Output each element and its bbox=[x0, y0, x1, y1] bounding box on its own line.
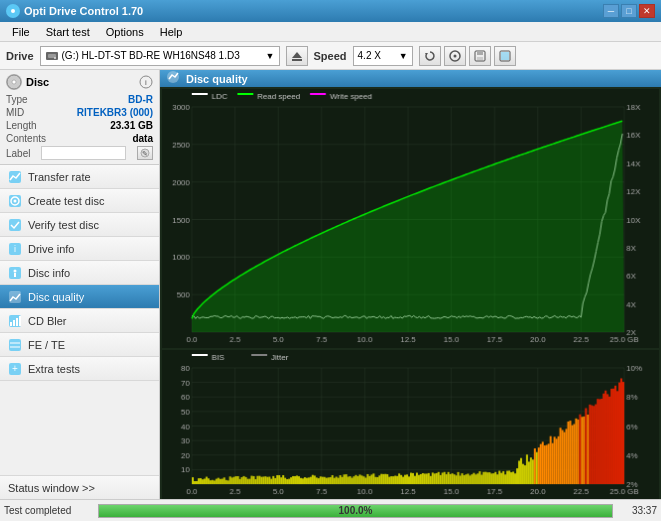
status-label: Test completed bbox=[4, 505, 94, 516]
menubar: File Start test Options Help bbox=[0, 22, 661, 42]
window-controls: ─ □ ✕ bbox=[603, 4, 655, 18]
svg-marker-5 bbox=[292, 52, 302, 58]
transfer-rate-label: Transfer rate bbox=[28, 171, 91, 183]
svg-rect-34 bbox=[13, 320, 15, 326]
svg-rect-35 bbox=[16, 318, 18, 326]
svg-rect-33 bbox=[10, 322, 12, 326]
maximize-button[interactable]: □ bbox=[621, 4, 637, 18]
app-title: Opti Drive Control 1.70 bbox=[24, 5, 143, 17]
svg-rect-31 bbox=[9, 291, 21, 303]
svg-text:i: i bbox=[14, 244, 16, 254]
sidebar-item-disc-quality[interactable]: Disc quality bbox=[0, 285, 159, 309]
menu-options[interactable]: Options bbox=[98, 24, 152, 40]
speed-value: 4.2 X bbox=[358, 50, 381, 61]
extra-tests-label: Extra tests bbox=[28, 363, 80, 375]
speed-label: Speed bbox=[314, 50, 347, 62]
bottombar: Test completed 100.0% 33:37 bbox=[0, 499, 661, 521]
svg-rect-12 bbox=[477, 57, 483, 60]
svg-point-42 bbox=[167, 71, 179, 83]
sidebar-item-verify-test-disc[interactable]: Verify test disc bbox=[0, 213, 159, 237]
disc-info-label: Disc info bbox=[28, 267, 70, 279]
create-test-disc-label: Create test disc bbox=[28, 195, 104, 207]
svg-point-24 bbox=[14, 199, 17, 202]
quality-header: Disc quality bbox=[160, 70, 661, 87]
quality-title: Disc quality bbox=[186, 73, 248, 85]
app-icon bbox=[6, 4, 20, 18]
svg-text:✎: ✎ bbox=[142, 150, 148, 157]
label-input[interactable] bbox=[41, 146, 126, 160]
eject-button[interactable] bbox=[286, 46, 308, 66]
contents-value: data bbox=[132, 133, 153, 144]
ldc-chart bbox=[162, 89, 659, 348]
svg-text:+: + bbox=[12, 363, 18, 374]
titlebar: Opti Drive Control 1.70 ─ □ ✕ bbox=[0, 0, 661, 22]
type-label: Type bbox=[6, 94, 28, 105]
sidebar-item-fe-te[interactable]: FE / TE bbox=[0, 333, 159, 357]
length-value: 23.31 GB bbox=[110, 120, 153, 131]
content-area: Disc quality LDC BIS Avg 181.16 3.13 Max bbox=[160, 70, 661, 499]
mid-label: MID bbox=[6, 107, 24, 118]
disc-quality-label: Disc quality bbox=[28, 291, 84, 303]
minimize-button[interactable]: ─ bbox=[603, 4, 619, 18]
drivebar-icons bbox=[419, 46, 516, 66]
titlebar-left: Opti Drive Control 1.70 bbox=[6, 4, 143, 18]
sidebar-item-cd-bler[interactable]: CD Bler bbox=[0, 309, 159, 333]
disc-icon[interactable] bbox=[444, 46, 466, 66]
svg-rect-11 bbox=[477, 51, 483, 55]
speed-select[interactable]: 4.2 X ▼ bbox=[353, 46, 413, 66]
status-window-button[interactable]: Status window >> bbox=[0, 475, 159, 499]
drive-label: Drive bbox=[6, 50, 34, 62]
bis-chart bbox=[162, 350, 659, 499]
svg-point-9 bbox=[453, 54, 456, 57]
svg-rect-25 bbox=[9, 219, 21, 231]
svg-rect-14 bbox=[501, 52, 509, 60]
sidebar-item-create-test-disc[interactable]: Create test disc bbox=[0, 189, 159, 213]
save-icon[interactable] bbox=[469, 46, 491, 66]
menu-file[interactable]: File bbox=[4, 24, 38, 40]
sidebar-item-transfer-rate[interactable]: Transfer rate bbox=[0, 165, 159, 189]
mid-value: RITEKBR3 (000) bbox=[77, 107, 153, 118]
fe-te-label: FE / TE bbox=[28, 339, 65, 351]
status-window-label: Status window >> bbox=[8, 482, 95, 494]
svg-point-16 bbox=[12, 80, 16, 84]
verify-test-disc-label: Verify test disc bbox=[28, 219, 99, 231]
progress-bar: 100.0% bbox=[98, 504, 613, 518]
svg-point-1 bbox=[11, 9, 15, 13]
label-button[interactable]: ✎ bbox=[137, 146, 153, 160]
main-content: Disc i Type BD-R MID RITEKBR3 (000) Leng… bbox=[0, 70, 661, 499]
cd-bler-label: CD Bler bbox=[28, 315, 67, 327]
sidebar-item-disc-info[interactable]: Disc info bbox=[0, 261, 159, 285]
svg-rect-6 bbox=[292, 59, 302, 61]
quality-icon bbox=[166, 70, 180, 87]
disc-panel: Disc i Type BD-R MID RITEKBR3 (000) Leng… bbox=[0, 70, 159, 165]
close-button[interactable]: ✕ bbox=[639, 4, 655, 18]
menu-start-test[interactable]: Start test bbox=[38, 24, 98, 40]
time-label: 33:37 bbox=[617, 505, 657, 516]
svg-rect-30 bbox=[14, 273, 16, 277]
drive-select[interactable]: (G:) HL-DT-ST BD-RE WH16NS48 1.D3 ▼ bbox=[40, 46, 280, 66]
progress-text: 100.0% bbox=[99, 505, 612, 517]
svg-rect-36 bbox=[19, 316, 21, 326]
disc-title: Disc bbox=[26, 76, 49, 88]
svg-text:i: i bbox=[145, 78, 147, 87]
menu-help[interactable]: Help bbox=[152, 24, 191, 40]
type-value: BD-R bbox=[128, 94, 153, 105]
export-icon[interactable] bbox=[494, 46, 516, 66]
disc-icon bbox=[6, 74, 22, 90]
sidebar: Disc i Type BD-R MID RITEKBR3 (000) Leng… bbox=[0, 70, 160, 499]
drivebar: Drive (G:) HL-DT-ST BD-RE WH16NS48 1.D3 … bbox=[0, 42, 661, 70]
label-label: Label bbox=[6, 148, 30, 159]
svg-rect-37 bbox=[9, 339, 21, 351]
charts-area bbox=[160, 87, 661, 499]
contents-label: Contents bbox=[6, 133, 46, 144]
drive-info-label: Drive info bbox=[28, 243, 74, 255]
refresh-button[interactable] bbox=[419, 46, 441, 66]
sidebar-item-extra-tests[interactable]: + Extra tests bbox=[0, 357, 159, 381]
drive-value: (G:) HL-DT-ST BD-RE WH16NS48 1.D3 bbox=[62, 50, 240, 61]
svg-point-29 bbox=[14, 269, 17, 272]
sidebar-item-drive-info[interactable]: i Drive info bbox=[0, 237, 159, 261]
svg-point-4 bbox=[54, 57, 56, 59]
length-label: Length bbox=[6, 120, 37, 131]
